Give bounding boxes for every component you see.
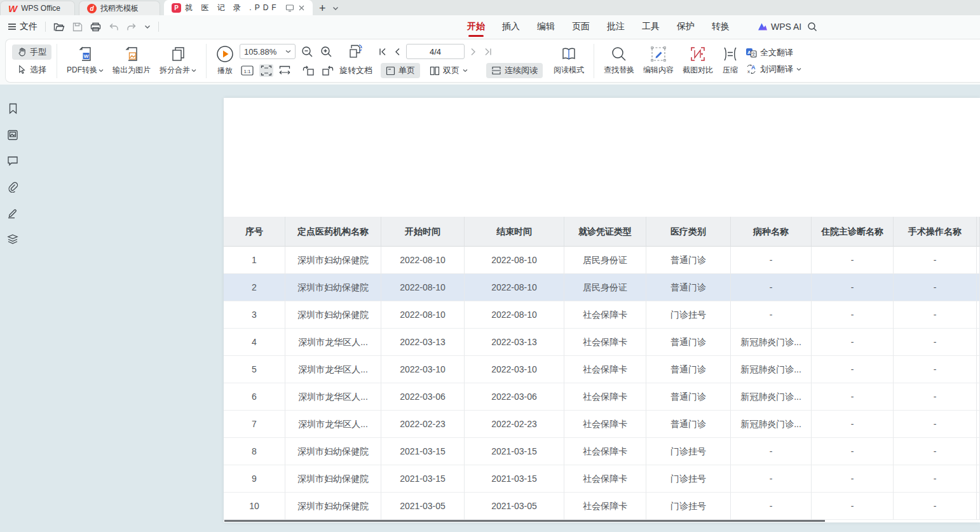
continuous-read-button[interactable]: 连续阅读 <box>486 63 543 78</box>
attachment-icon[interactable] <box>5 179 20 194</box>
cursor-icon <box>17 65 27 74</box>
wps-logo-icon: W <box>8 3 17 14</box>
table-cell: - <box>731 493 812 520</box>
search-icon[interactable] <box>807 22 817 32</box>
rotate-left-button[interactable] <box>301 64 316 77</box>
table-cell <box>977 301 980 329</box>
read-mode-button[interactable]: 阅读模式 <box>549 44 589 77</box>
table-cell: 新冠肺炎门诊... <box>731 411 812 438</box>
close-icon[interactable] <box>298 4 305 11</box>
fit-width-button[interactable] <box>278 64 292 77</box>
rotate-right-button[interactable] <box>320 64 335 77</box>
quickbar-chevron-icon[interactable] <box>144 25 151 29</box>
table-cell: 居民身份证 <box>564 274 646 301</box>
menu-item-6[interactable]: 保护 <box>677 15 695 38</box>
svg-text:文: 文 <box>751 51 756 56</box>
hand-tool-button[interactable]: 手型 <box>12 44 51 60</box>
table-cell <box>977 329 980 356</box>
table-cell: 深圳市妇幼保健院 <box>285 301 381 329</box>
table-cell: 2022-03-13 <box>465 329 564 356</box>
monitor-icon[interactable] <box>285 4 294 12</box>
table-cell: 深圳市龙华区人... <box>285 356 381 383</box>
play-button[interactable]: 播放 <box>212 44 238 78</box>
split-merge-button[interactable]: 拆分合并 <box>155 44 201 77</box>
double-page-button[interactable]: 双页 <box>425 63 473 78</box>
signature-icon[interactable] <box>5 205 20 221</box>
prev-page-button[interactable] <box>393 46 402 57</box>
edit-content-button[interactable]: 编辑内容 <box>639 44 678 77</box>
split-merge-icon <box>170 46 186 62</box>
last-page-button[interactable] <box>482 46 494 57</box>
print-button[interactable] <box>90 22 101 32</box>
menu-item-3[interactable]: 页面 <box>572 15 590 38</box>
table-row[interactable]: 1深圳市妇幼保健院2022-08-102022-08-10居民身份证普通门诊--… <box>224 247 980 274</box>
single-page-button[interactable]: 单页 <box>381 63 420 78</box>
menu-item-0[interactable]: 开始 <box>467 15 485 38</box>
pdf-convert-button[interactable]: W PDF转换 <box>62 44 108 77</box>
redo-button[interactable] <box>126 23 137 31</box>
table-cell: 4 <box>224 329 285 356</box>
table-cell: 社会保障卡 <box>564 493 646 520</box>
table-cell: 2021-03-05 <box>465 493 564 520</box>
compress-button[interactable]: 压缩 <box>718 44 743 77</box>
open-file-button[interactable] <box>53 22 65 32</box>
table-row[interactable]: 2深圳市妇幼保健院2022-08-102022-08-10居民身份证普通门诊--… <box>224 274 980 301</box>
table-cell: - <box>894 356 977 383</box>
table-row[interactable]: 6深圳市龙华区人...2022-03-062022-03-06社会保障卡普通门诊… <box>224 383 980 411</box>
word-translate-button[interactable]: x A 划词翻译 <box>745 64 801 75</box>
menu-item-wps-ai[interactable]: WPS AI <box>758 22 801 32</box>
export-image-button[interactable]: 输出为图片 <box>108 44 155 77</box>
comment-icon[interactable] <box>5 153 20 168</box>
tab-document[interactable]: P 就 医 记 录 .PDF <box>164 0 313 15</box>
menu-item-5[interactable]: 工具 <box>642 15 660 38</box>
menu-item-7[interactable]: 转换 <box>712 15 730 38</box>
fit-page-button[interactable] <box>259 64 273 77</box>
screenshot-compare-button[interactable]: 截图对比 <box>678 44 718 77</box>
compress-label: 压缩 <box>723 65 738 76</box>
tab-list-chevron-icon[interactable] <box>332 6 339 11</box>
table-row[interactable]: 8深圳市妇幼保健院2021-03-152021-03-15社会保障卡门诊挂号--… <box>224 438 980 465</box>
tab-docer-templates[interactable]: d 找稻壳模板 <box>79 1 160 15</box>
table-cell: - <box>894 438 977 465</box>
tab-wps-office[interactable]: W WPS Office <box>0 1 75 15</box>
table-row[interactable]: 5深圳市龙华区人...2022-03-102022-03-10社会保障卡普通门诊… <box>224 356 980 383</box>
table-cell: - <box>812 383 894 411</box>
select-tool-button[interactable]: 选择 <box>12 62 51 78</box>
table-row[interactable]: 4深圳市龙华区人...2022-03-132022-03-13社会保障卡普通门诊… <box>224 329 980 356</box>
actual-size-button[interactable]: 1:1 <box>240 64 255 77</box>
zoom-out-button[interactable] <box>300 44 315 59</box>
bookmark-icon[interactable] <box>5 101 20 116</box>
menu-item-2[interactable]: 编辑 <box>537 15 555 38</box>
save-button[interactable] <box>72 22 83 32</box>
table-row[interactable]: 7深圳市龙华区人...2022-02-232022-02-23社会保障卡普通门诊… <box>224 411 980 438</box>
next-page-button[interactable] <box>469 46 478 57</box>
document-canvas: 序号定点医药机构名称开始时间结束时间就诊凭证类型医疗类别病种名称住院主诊断名称手… <box>0 85 980 532</box>
table-bottom-border <box>224 520 825 522</box>
file-menu-button[interactable]: 文件 <box>8 21 37 32</box>
menu-item-4[interactable]: 批注 <box>607 15 625 38</box>
zoom-select[interactable]: 105.88% <box>240 44 296 59</box>
chevron-down-icon <box>285 50 291 53</box>
menu-item-1[interactable]: 插入 <box>502 15 520 38</box>
table-cell: 深圳市龙华区人... <box>285 329 381 356</box>
find-replace-button[interactable]: 查找替换 <box>599 44 639 77</box>
table-cell: 2022-02-23 <box>465 411 564 438</box>
layers-icon[interactable] <box>5 231 20 247</box>
select-tool-label: 选择 <box>30 64 46 76</box>
screenshot-compare-icon <box>690 46 706 62</box>
organize-pages-button[interactable] <box>347 43 365 60</box>
full-translate-button[interactable]: A 文 全文翻译 <box>745 47 801 58</box>
undo-button[interactable] <box>109 23 119 31</box>
zoom-in-button[interactable] <box>319 44 334 59</box>
table-cell: 2022-03-06 <box>465 383 564 411</box>
rotate-doc-label[interactable]: 旋转文档 <box>339 65 372 76</box>
table-row[interactable]: 3深圳市妇幼保健院2022-08-102022-08-10社会保障卡门诊挂号--… <box>224 301 980 329</box>
table-row[interactable]: 9深圳市妇幼保健院2021-03-152021-03-15社会保障卡门诊挂号--… <box>224 465 980 493</box>
pdf-page[interactable]: 序号定点医药机构名称开始时间结束时间就诊凭证类型医疗类别病种名称住院主诊断名称手… <box>224 98 980 522</box>
page-number-input[interactable] <box>406 44 465 59</box>
chevron-down-icon <box>191 69 196 72</box>
new-tab-button[interactable]: + <box>319 3 326 14</box>
first-page-button[interactable] <box>377 46 388 57</box>
thumbnail-icon[interactable] <box>5 127 20 142</box>
table-row[interactable]: 10深圳市妇幼保健院2021-03-052021-03-05社会保障卡门诊挂号-… <box>224 493 980 520</box>
